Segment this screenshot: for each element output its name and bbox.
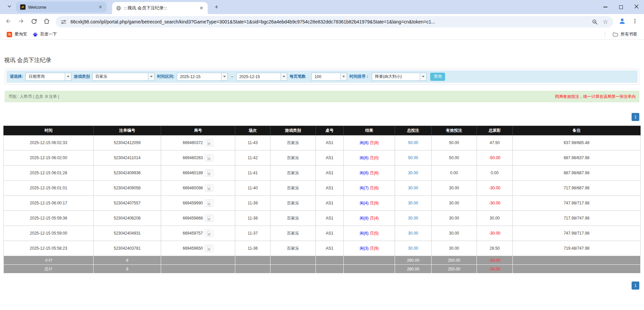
total-label: 总计: [4, 265, 94, 273]
search-button[interactable]: 查询: [430, 73, 445, 81]
welcome-tab-favicon-icon: [20, 4, 26, 10]
total-count: 8: [94, 265, 161, 273]
zoom-icon[interactable]: [591, 18, 598, 25]
total-bet-link[interactable]: 30.00: [408, 201, 418, 205]
total-row: 总计 8 280.00 250.00 -34.00: [4, 265, 641, 273]
total-bet-link[interactable]: 50.00: [408, 140, 418, 145]
video-replay-button[interactable]: [205, 230, 213, 237]
plus-icon: +: [214, 3, 218, 11]
total-bet-link[interactable]: 30.00: [408, 186, 418, 190]
col-header-round: 局号: [161, 126, 235, 135]
dropdown-arrow-icon[interactable]: [65, 73, 71, 80]
round-number: 669459757: [183, 231, 203, 236]
empty-cell: [513, 265, 641, 273]
col-header-total-bet: 总投注: [395, 126, 432, 135]
video-replay-button[interactable]: [205, 245, 213, 252]
dropdown-arrow-icon[interactable]: [420, 73, 426, 80]
date-to-select[interactable]: 2025-12-15: [236, 73, 287, 81]
video-replay-button[interactable]: [205, 154, 213, 162]
empty-cell: [270, 256, 316, 265]
tab-bet-record[interactable]: :::视讯 会员下注纪录::: ✕: [112, 2, 208, 14]
dropdown-arrow-icon[interactable]: [148, 73, 154, 80]
close-window-button[interactable]: [629, 0, 644, 14]
per-page-select[interactable]: 100: [311, 73, 347, 81]
summary-notice: 同局有效投注，统一计算在该局第一张注单内: [555, 94, 636, 100]
query-type-select[interactable]: 日期查询: [26, 73, 71, 81]
total-bet-link[interactable]: 30.00: [408, 171, 418, 175]
table-no-cell: AS1: [316, 135, 344, 150]
result-cell: 闲(7) 庄(6): [344, 181, 395, 196]
close-tab-icon[interactable]: ✕: [198, 5, 204, 11]
video-replay-button[interactable]: [205, 139, 213, 146]
film-clip-icon: [206, 231, 211, 236]
dropdown-arrow-icon[interactable]: [221, 73, 228, 80]
subtotal-label: 小计: [4, 256, 94, 265]
subtotal-payout: -34.00: [477, 256, 513, 265]
bookmark-label: 百度一下: [40, 32, 57, 37]
video-replay-button[interactable]: [205, 184, 213, 192]
tab-title: Welcome: [28, 5, 95, 10]
url-text[interactable]: 66cxkj98.com/ipl/portal.php/game/betreco…: [70, 19, 588, 24]
total-bet-link[interactable]: 30.00: [408, 216, 418, 221]
subtotal-row: 小计 8 280.00 250.00 -34.00: [4, 256, 641, 265]
valid-bet-cell: 30.00: [432, 181, 477, 196]
sort-select[interactable]: 降幂(由大到小): [372, 73, 427, 81]
payout-cell: 30.00: [477, 211, 513, 226]
page-1-button[interactable]: 1: [632, 113, 639, 121]
home-button[interactable]: [41, 16, 52, 27]
table-row: 2025-12-15 05:58:23 523042403781 6694596…: [4, 241, 641, 256]
reload-button[interactable]: [28, 16, 40, 27]
bookmark-label: 爱淘宝: [14, 32, 27, 37]
table-row: 2025-12-15 06:01:01 523042409058 6694600…: [4, 181, 641, 196]
total-bet-cell: 30.00: [395, 211, 432, 226]
col-header-payout: 总派彩: [477, 126, 513, 135]
date-from-select[interactable]: 2025-12-15: [177, 73, 228, 81]
video-replay-button[interactable]: [205, 199, 213, 207]
bookmark-baidu[interactable]: 百度一下: [30, 30, 60, 38]
total-bet-cell: 30.00: [395, 166, 432, 181]
tab-welcome[interactable]: Welcome ✕: [16, 2, 107, 12]
back-button[interactable]: [3, 16, 14, 27]
page-1-button[interactable]: 1: [632, 282, 639, 290]
time-cell: 2025-12-15 06:01:01: [4, 181, 94, 196]
new-tab-button[interactable]: +: [212, 2, 221, 12]
folder-icon: [612, 32, 618, 37]
profile-avatar[interactable]: [616, 16, 628, 27]
round-cell: 669459650: [161, 241, 235, 256]
session-cell: 11-40: [235, 181, 270, 196]
video-replay-button[interactable]: [205, 214, 213, 222]
minimize-button[interactable]: [598, 0, 613, 14]
col-header-game-type: 游戏类别: [270, 126, 316, 135]
tab-search-button[interactable]: [5, 2, 14, 12]
chevron-down-icon: [7, 4, 12, 10]
maximize-button[interactable]: [613, 0, 629, 14]
close-tab-icon[interactable]: ✕: [97, 4, 103, 10]
dropdown-arrow-icon[interactable]: [340, 73, 347, 80]
empty-cell: [316, 265, 344, 273]
time-cell: 2025-12-15 06:02:00: [4, 150, 94, 166]
session-cell: 11-42: [235, 150, 270, 166]
total-bet-link[interactable]: 50.00: [408, 156, 418, 160]
bookmark-star-icon[interactable]: ☆: [602, 18, 609, 25]
payout-cell: -30.00: [477, 226, 513, 241]
bookmark-aitaobao[interactable]: 淘 爱淘宝: [4, 30, 30, 38]
film-clip-icon: [206, 171, 211, 176]
site-info-icon[interactable]: [60, 18, 67, 25]
payout-cell: -50.00: [477, 150, 513, 166]
col-header-time: 时间: [4, 126, 94, 135]
video-replay-button[interactable]: [205, 169, 213, 177]
time-cell: 2025-12-15 05:59:00: [4, 226, 94, 241]
all-bookmarks-button[interactable]: 所有书签: [610, 30, 640, 38]
result-player: 闲(6): [360, 231, 369, 236]
game-type-label: 游戏类别: [74, 74, 90, 79]
payout-cell: 47.50: [477, 135, 513, 150]
sort-label: 时间排序：: [349, 74, 369, 79]
note-cell: 747.98/717.98: [513, 196, 641, 211]
dropdown-arrow-icon[interactable]: [281, 73, 287, 80]
browser-menu-button[interactable]: [629, 16, 641, 27]
total-bet-link[interactable]: 30.00: [408, 246, 418, 251]
forward-button[interactable]: [15, 16, 27, 27]
game-type-select[interactable]: 百家乐: [92, 73, 155, 81]
total-bet-link[interactable]: 30.00: [408, 231, 418, 236]
url-bar[interactable]: 66cxkj98.com/ipl/portal.php/game/betreco…: [56, 16, 613, 27]
